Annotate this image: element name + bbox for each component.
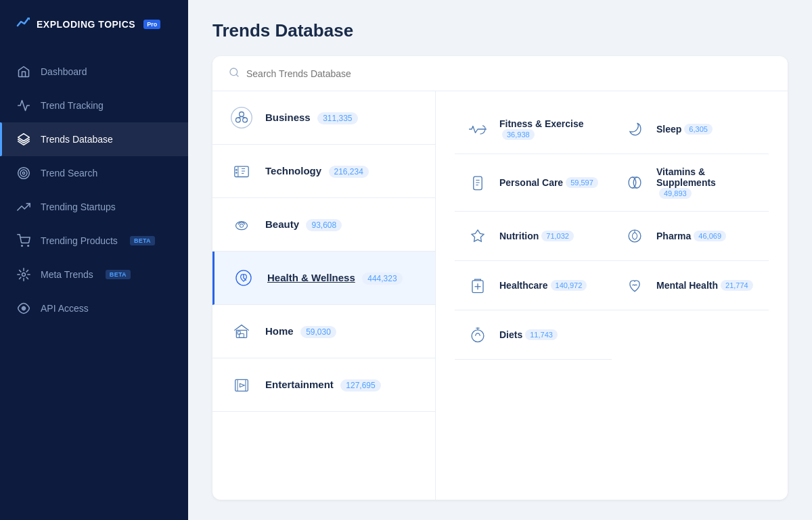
category-list: Business 311,335 xyxy=(212,91,436,500)
subcategory-healthcare[interactable]: Healthcare 140,972 xyxy=(455,261,612,310)
category-health-wellness[interactable]: Health & Wellness 444,323 xyxy=(212,252,435,305)
page-title: Trends Database xyxy=(212,20,788,41)
search-input[interactable] xyxy=(246,68,771,79)
svg-line-10 xyxy=(236,74,238,76)
sidebar: EXPLODING TOPICS Pro Dashboard Trend Tra… xyxy=(0,0,188,520)
svg-rect-17 xyxy=(235,166,248,176)
category-home-name: Home xyxy=(265,325,294,337)
mental-health-icon xyxy=(623,273,647,298)
svg-point-22 xyxy=(235,169,238,171)
svg-point-11 xyxy=(231,108,252,128)
nav-menu: Dashboard Trend Tracking Trends Database xyxy=(0,48,188,520)
svg-point-2 xyxy=(18,168,30,179)
home-category-icon xyxy=(229,318,254,344)
category-business-name: Business xyxy=(265,112,311,123)
sidebar-item-meta-trends[interactable]: Meta Trends BETA xyxy=(0,258,188,291)
sidebar-item-trend-search-label: Trend Search xyxy=(41,168,97,179)
category-technology[interactable]: Technology 216,234 xyxy=(212,145,435,198)
health-icon xyxy=(231,265,256,291)
meta-trends-beta-badge: BETA xyxy=(106,270,131,279)
content-panel: Business 311,335 xyxy=(212,56,788,500)
target-icon xyxy=(16,166,31,181)
category-business[interactable]: Business 311,335 xyxy=(212,91,435,145)
subcategory-nutrition[interactable]: Nutrition 71,032 xyxy=(455,212,612,261)
subcategory-personal-care-label: Personal Care 59,597 xyxy=(499,177,598,188)
subcategory-pharma[interactable]: Pharma 46,069 xyxy=(612,212,769,261)
vitamins-icon xyxy=(623,170,647,195)
svg-point-12 xyxy=(236,118,241,122)
trending-products-beta-badge: BETA xyxy=(130,236,155,245)
subcategory-personal-care[interactable]: Personal Care 59,597 xyxy=(455,154,612,212)
meta-icon xyxy=(16,267,31,282)
subcategory-mental-health[interactable]: Mental Health 21,774 xyxy=(612,261,769,310)
subcategory-nutrition-label: Nutrition 71,032 xyxy=(499,231,574,241)
category-home-count: 59,030 xyxy=(300,326,336,338)
sidebar-item-trends-database[interactable]: Trends Database xyxy=(0,122,188,156)
cart-icon xyxy=(16,233,31,248)
logo-icon xyxy=(16,15,31,33)
svg-point-24 xyxy=(236,222,248,230)
category-beauty-count: 93,608 xyxy=(306,219,342,231)
category-entertainment-count: 127,695 xyxy=(340,379,380,392)
sidebar-item-trending-products-label: Trending Products xyxy=(41,235,118,246)
category-beauty-name: Beauty xyxy=(265,218,299,230)
svg-line-16 xyxy=(242,116,245,118)
svg-point-13 xyxy=(243,118,248,122)
svg-point-25 xyxy=(240,224,243,227)
search-icon xyxy=(229,67,240,80)
personal-care-icon xyxy=(466,170,490,195)
home-icon xyxy=(16,64,31,79)
svg-point-7 xyxy=(22,273,26,277)
subcategory-sleep[interactable]: Sleep 6,305 xyxy=(612,105,769,154)
nutrition-icon xyxy=(466,224,490,248)
healthcare-icon xyxy=(466,273,490,298)
chart-icon xyxy=(16,98,31,113)
sidebar-item-dashboard-label: Dashboard xyxy=(41,66,87,77)
category-technology-count: 216,234 xyxy=(329,166,369,178)
category-health-wellness-count: 444,323 xyxy=(362,273,402,285)
subcategory-fitness-label: Fitness & Exercise 36,938 xyxy=(499,118,601,140)
category-beauty[interactable]: Beauty 93,608 xyxy=(212,198,435,252)
category-entertainment-name: Entertainment xyxy=(265,379,334,390)
svg-point-38 xyxy=(633,177,641,188)
app-name: EXPLODING TOPICS xyxy=(37,19,135,30)
svg-point-4 xyxy=(22,172,24,174)
sidebar-item-trending-startups-label: Trending Startups xyxy=(41,202,116,212)
sidebar-item-dashboard[interactable]: Dashboard xyxy=(0,55,188,89)
sidebar-item-trend-tracking-label: Trend Tracking xyxy=(41,100,104,111)
subcategory-healthcare-label: Healthcare 140,972 xyxy=(499,280,587,291)
subcategory-vitamins-label: Vitamins & Supplements 49,893 xyxy=(656,166,758,199)
category-entertainment[interactable]: Entertainment 127,695 xyxy=(212,358,435,412)
svg-rect-30 xyxy=(235,379,248,391)
subcategory-vitamins-supplements[interactable]: Vitamins & Supplements 49,893 xyxy=(612,154,769,212)
two-pane: Business 311,335 xyxy=(212,91,788,500)
sidebar-item-trend-tracking[interactable]: Trend Tracking xyxy=(0,89,188,122)
sidebar-item-meta-trends-label: Meta Trends xyxy=(41,269,93,280)
diets-icon xyxy=(466,323,490,347)
layers-icon xyxy=(16,132,31,147)
technology-icon xyxy=(229,158,254,184)
subcategory-pharma-label: Pharma 46,069 xyxy=(656,231,726,241)
category-health-wellness-name: Health & Wellness xyxy=(267,272,355,283)
search-bar xyxy=(212,56,788,91)
category-business-count: 311,335 xyxy=(317,112,357,124)
pharma-icon xyxy=(623,224,647,248)
sidebar-item-trending-products[interactable]: Trending Products BETA xyxy=(0,224,188,258)
logo-area: EXPLODING TOPICS Pro xyxy=(0,0,188,48)
subcategory-grid: Fitness & Exercise 36,938 Sleep 6,305 xyxy=(436,91,788,500)
sidebar-item-api-access-label: API Access xyxy=(41,303,89,314)
sleep-icon xyxy=(623,117,647,141)
subcategory-sleep-label: Sleep 6,305 xyxy=(656,124,713,135)
entertainment-icon xyxy=(229,372,254,398)
subcategory-diets[interactable]: Diets 11,743 xyxy=(455,310,612,360)
category-home[interactable]: Home 59,030 xyxy=(212,305,435,358)
subcategory-diets-label: Diets 11,743 xyxy=(499,329,558,340)
plan-badge: Pro xyxy=(143,20,160,29)
sidebar-item-trend-search[interactable]: Trend Search xyxy=(0,156,188,190)
api-icon xyxy=(16,301,31,316)
business-icon xyxy=(229,105,254,131)
sidebar-item-trending-startups[interactable]: Trending Startups xyxy=(0,190,188,224)
subcategory-fitness-exercise[interactable]: Fitness & Exercise 36,938 xyxy=(455,105,612,154)
sidebar-item-api-access[interactable]: API Access xyxy=(0,291,188,325)
beauty-icon xyxy=(229,212,254,237)
